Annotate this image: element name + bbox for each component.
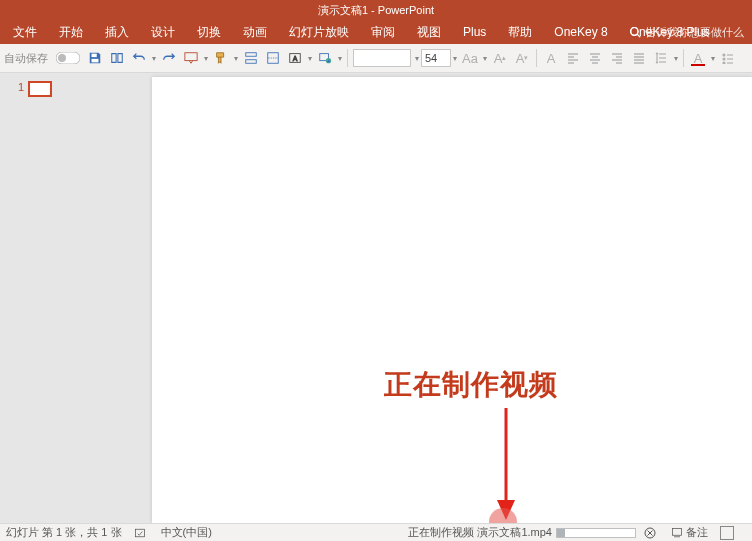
svg-rect-5 xyxy=(92,59,99,63)
autosave-label: 自动保存 xyxy=(4,51,48,66)
video-export-label: 正在制作视频 演示文稿1.mp4 xyxy=(408,525,552,540)
text-effects-button[interactable]: Aa xyxy=(460,48,480,68)
svg-rect-8 xyxy=(246,60,257,64)
tab-transitions[interactable]: 切换 xyxy=(186,20,232,44)
slide-canvas[interactable] xyxy=(152,77,752,523)
present-icon xyxy=(184,51,198,65)
svg-text:+: + xyxy=(327,58,330,63)
spellcheck-icon xyxy=(134,527,146,539)
font-family-box[interactable] xyxy=(353,49,411,67)
align-center-button[interactable] xyxy=(585,48,605,68)
ribbon-tab-strip: 文件 开始 插入 设计 切换 动画 幻灯片放映 审阅 视图 Plus 帮助 On… xyxy=(0,20,752,44)
tab-help[interactable]: 帮助 xyxy=(497,20,543,44)
textbox-dropdown[interactable]: ▾ xyxy=(306,54,314,63)
cancel-export-button[interactable] xyxy=(644,527,659,539)
tab-home[interactable]: 开始 xyxy=(48,20,94,44)
ruler-button[interactable] xyxy=(241,48,261,68)
svg-point-0 xyxy=(631,28,639,36)
guides-button[interactable] xyxy=(263,48,283,68)
newslide-button[interactable]: + xyxy=(315,48,335,68)
textbox-button[interactable]: A xyxy=(285,48,305,68)
notes-icon xyxy=(671,527,683,539)
align-left-icon xyxy=(567,52,579,64)
svg-rect-7 xyxy=(246,53,257,57)
start-from-beginning-button[interactable] xyxy=(181,48,201,68)
normal-view-icon xyxy=(720,526,734,540)
line-spacing-button[interactable] xyxy=(651,48,671,68)
tab-slideshow[interactable]: 幻灯片放映 xyxy=(278,20,360,44)
redo-button[interactable] xyxy=(159,48,179,68)
tab-onekey8[interactable]: OneKey 8 xyxy=(543,20,618,44)
tab-file[interactable]: 文件 xyxy=(2,20,48,44)
bullets-icon xyxy=(722,52,734,64)
video-export-status: 正在制作视频 演示文稿1.mp4 xyxy=(408,525,636,540)
normal-view-button[interactable] xyxy=(720,526,734,540)
align-left-button[interactable] xyxy=(563,48,583,68)
font-color-2-button[interactable]: A xyxy=(688,48,708,68)
separator xyxy=(347,49,348,67)
font-size-box[interactable]: 54 xyxy=(421,49,451,67)
save-button[interactable] xyxy=(85,48,105,68)
font-family-dropdown[interactable]: ▾ xyxy=(413,54,421,63)
font-color-button[interactable]: A xyxy=(541,48,561,68)
tab-plus[interactable]: Plus xyxy=(452,20,497,44)
svg-point-3 xyxy=(58,54,66,62)
align-justify-icon xyxy=(633,52,645,64)
slide-editor-area xyxy=(52,73,752,523)
slide-counter[interactable]: 幻灯片 第 1 张，共 1 张 xyxy=(6,525,122,540)
textbox-icon: A xyxy=(288,51,302,65)
language-button[interactable]: 中文(中国) xyxy=(161,525,212,540)
svg-rect-43 xyxy=(135,529,144,537)
video-export-progress xyxy=(556,528,636,538)
font-size-dropdown[interactable]: ▾ xyxy=(451,54,459,63)
newslide-icon: + xyxy=(318,51,332,65)
separator xyxy=(683,49,684,67)
present-dropdown[interactable]: ▾ xyxy=(202,54,210,63)
font-color-2-dropdown[interactable]: ▾ xyxy=(709,54,717,63)
svg-text:A: A xyxy=(293,55,298,62)
align-center-icon xyxy=(589,52,601,64)
title-bar: 演示文稿1 - PowerPoint xyxy=(0,0,752,20)
tab-design[interactable]: 设计 xyxy=(140,20,186,44)
align-justify-button[interactable] xyxy=(629,48,649,68)
guides-icon xyxy=(266,51,280,65)
work-area: 1 xyxy=(0,73,752,523)
thumbnail-pane[interactable]: 1 xyxy=(0,73,52,523)
redo-icon xyxy=(162,51,176,65)
brush-dropdown[interactable]: ▾ xyxy=(232,54,240,63)
line-spacing-icon xyxy=(655,52,667,64)
decrease-font-button[interactable]: A▾ xyxy=(512,48,532,68)
align-right-button[interactable] xyxy=(607,48,627,68)
undo-icon xyxy=(132,51,146,65)
tell-me-search[interactable]: 告诉我你想要做什么 xyxy=(629,25,744,40)
svg-point-37 xyxy=(723,58,725,60)
book-icon xyxy=(110,51,124,65)
undo-dropdown[interactable]: ▾ xyxy=(150,54,158,63)
newslide-dropdown[interactable]: ▾ xyxy=(336,54,344,63)
svg-rect-47 xyxy=(673,528,682,535)
svg-line-1 xyxy=(637,34,640,37)
tab-animations[interactable]: 动画 xyxy=(232,20,278,44)
bullets-button[interactable] xyxy=(718,48,738,68)
cancel-icon xyxy=(644,527,656,539)
tab-insert[interactable]: 插入 xyxy=(94,20,140,44)
line-spacing-dropdown[interactable]: ▾ xyxy=(672,54,680,63)
text-effects-dropdown[interactable]: ▾ xyxy=(481,54,489,63)
slide-thumb-1[interactable] xyxy=(28,81,52,97)
autosave-toggle[interactable] xyxy=(53,48,83,68)
spellcheck-button[interactable] xyxy=(134,527,149,539)
notes-button[interactable]: 备注 xyxy=(671,525,708,540)
separator xyxy=(536,49,537,67)
format-painter-button[interactable] xyxy=(211,48,231,68)
reading-view-button[interactable] xyxy=(107,48,127,68)
align-right-icon xyxy=(611,52,623,64)
brush-icon xyxy=(214,51,228,65)
svg-rect-6 xyxy=(185,53,197,61)
tab-view[interactable]: 视图 xyxy=(406,20,452,44)
svg-point-39 xyxy=(723,62,725,64)
window-title: 演示文稿1 - PowerPoint xyxy=(318,3,434,18)
tab-review[interactable]: 审阅 xyxy=(360,20,406,44)
undo-button[interactable] xyxy=(129,48,149,68)
increase-font-button[interactable]: A▴ xyxy=(490,48,510,68)
search-icon xyxy=(629,26,641,38)
